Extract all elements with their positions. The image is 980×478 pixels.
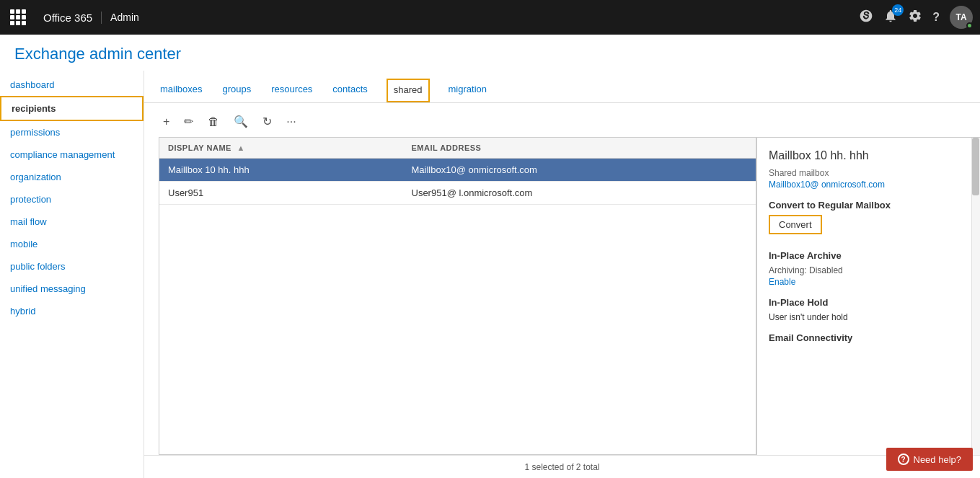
settings-button[interactable]	[908, 9, 922, 27]
archive-value: Disabled	[809, 265, 843, 275]
sidebar-item-organization[interactable]: organization	[0, 166, 144, 188]
scrollbar-thumb	[972, 138, 979, 195]
email-connectivity-section-heading: Email Connectivity	[769, 332, 968, 343]
page-container: Exchange admin center dashboard recipien…	[0, 35, 980, 478]
archive-label-text: Archiving:	[769, 265, 807, 275]
edit-button[interactable]: ✏	[180, 112, 198, 131]
notifications-button[interactable]: 24	[883, 9, 898, 27]
waffle-menu-button[interactable]	[7, 6, 29, 28]
convert-button[interactable]: Convert	[769, 215, 822, 234]
refresh-button[interactable]: ↻	[258, 112, 276, 131]
online-status-indicator	[966, 22, 973, 29]
skype-button[interactable]	[859, 9, 873, 27]
sidebar-item-mail-flow[interactable]: mail flow	[0, 211, 144, 233]
help-circle-icon: ?	[898, 453, 909, 465]
add-button[interactable]: +	[159, 112, 174, 131]
data-table-container: DISPLAY NAME ▲ EMAIL ADDRESS Maillbox 10	[159, 137, 756, 455]
sort-arrow-icon: ▲	[237, 143, 244, 152]
avatar-initials: TA	[955, 12, 966, 22]
sidebar-item-protection[interactable]: protection	[0, 188, 144, 211]
more-icon: ···	[286, 115, 296, 128]
sidebar-item-unified-messaging[interactable]: unified messaging	[0, 278, 144, 300]
detail-mailbox-name: Maillbox 10 hh. hhh	[769, 149, 968, 162]
archive-label: Archiving: Disabled	[769, 265, 968, 275]
avatar[interactable]: TA	[950, 6, 973, 29]
tab-mailboxes[interactable]: mailboxes	[159, 78, 204, 103]
table-row[interactable]: User951 User951@ l.onmicrosoft.com	[159, 182, 756, 205]
brand-name: Office 365	[35, 12, 102, 24]
search-icon: 🔍	[234, 115, 248, 128]
table-row[interactable]: Maillbox 10 hh. hhh Maillbox10@ onmicros…	[159, 159, 756, 182]
add-icon: +	[163, 115, 169, 128]
tab-resources[interactable]: resources	[270, 78, 314, 103]
toolbar: + ✏ 🗑 🔍 ↻ ···	[144, 103, 980, 137]
tab-shared[interactable]: shared	[387, 79, 430, 102]
admin-label: Admin	[110, 12, 139, 23]
status-bar: 1 selected of 2 total	[144, 455, 980, 478]
column-display-name[interactable]: DISPLAY NAME ▲	[159, 138, 403, 159]
delete-button[interactable]: 🗑	[203, 112, 224, 131]
sidebar-item-public-folders[interactable]: public folders	[0, 255, 144, 278]
tab-migration[interactable]: migration	[447, 78, 488, 103]
edit-icon: ✏	[184, 115, 193, 128]
archive-section-heading: In-Place Archive	[769, 250, 968, 261]
page-title: Exchange admin center	[0, 35, 980, 71]
sidebar-item-compliance-management[interactable]: compliance management	[0, 143, 144, 166]
email-cell: Maillbox10@ onmicrosoft.com	[403, 159, 756, 182]
detail-panel-scrollbar[interactable]	[971, 138, 980, 455]
sidebar: dashboard recipients permissions complia…	[0, 71, 144, 478]
gear-icon	[908, 9, 922, 23]
tab-contacts[interactable]: contacts	[331, 78, 368, 103]
hold-section-heading: In-Place Hold	[769, 297, 968, 308]
shared-mailboxes-table: DISPLAY NAME ▲ EMAIL ADDRESS Maillbox 10	[159, 138, 756, 205]
topbar-right: 24 ? TA	[859, 6, 973, 29]
sidebar-item-permissions[interactable]: permissions	[0, 121, 144, 143]
detail-mailbox-type: Shared mailbox	[769, 168, 968, 178]
topbar: Office 365 Admin 24 ? TA	[0, 0, 980, 35]
column-email-address[interactable]: EMAIL ADDRESS	[403, 138, 756, 159]
more-button[interactable]: ···	[282, 112, 300, 131]
sidebar-item-recipients[interactable]: recipients	[0, 96, 144, 121]
selection-status: 1 selected of 2 total	[524, 462, 599, 472]
detail-mailbox-email: Maillbox10@ onmicrosoft.com	[769, 180, 968, 190]
help-button[interactable]: ?	[932, 11, 940, 24]
search-button[interactable]: 🔍	[229, 112, 252, 131]
main-content: mailboxes groups resources contacts shar…	[144, 71, 980, 478]
table-panel: DISPLAY NAME ▲ EMAIL ADDRESS Maillbox 10	[144, 137, 980, 455]
waffle-icon	[10, 9, 26, 25]
convert-section-heading: Convert to Regular Mailbox	[769, 200, 968, 211]
sidebar-item-dashboard[interactable]: dashboard	[0, 74, 144, 96]
display-name-cell: Maillbox 10 hh. hhh	[159, 159, 403, 182]
need-help-label: Need help?	[914, 454, 962, 465]
hold-status-value: User isn't under hold	[769, 312, 968, 322]
display-name-cell: User951	[159, 182, 403, 205]
enable-archive-link[interactable]: Enable	[769, 277, 968, 287]
need-help-button[interactable]: ? Need help?	[886, 448, 974, 471]
email-cell: User951@ l.onmicrosoft.com	[403, 182, 756, 205]
sidebar-item-hybrid[interactable]: hybrid	[0, 300, 144, 322]
sidebar-item-mobile[interactable]: mobile	[0, 233, 144, 255]
skype-icon	[859, 9, 873, 23]
delete-icon: 🗑	[208, 115, 219, 128]
content-area: dashboard recipients permissions complia…	[0, 71, 980, 478]
notification-badge: 24	[892, 4, 904, 16]
tab-groups[interactable]: groups	[221, 78, 253, 103]
tab-bar: mailboxes groups resources contacts shar…	[144, 71, 980, 103]
refresh-icon: ↻	[262, 115, 272, 128]
detail-panel: Maillbox 10 hh. hhh Shared mailbox Maill…	[756, 137, 980, 455]
